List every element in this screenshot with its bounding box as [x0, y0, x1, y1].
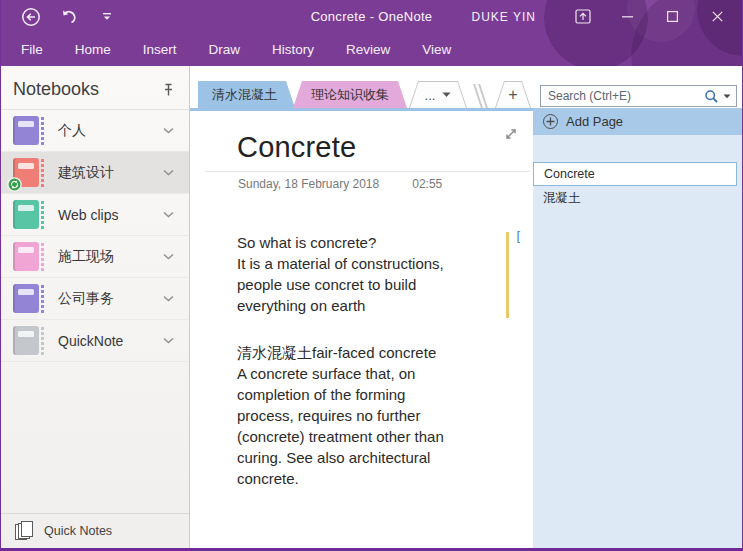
pin-pane-button[interactable] — [162, 83, 175, 97]
expand-page-button[interactable] — [502, 125, 520, 143]
close-icon — [712, 11, 723, 22]
menu-history[interactable]: History — [256, 33, 330, 66]
search-icon — [704, 89, 719, 104]
notebook-book-icon — [13, 116, 39, 145]
page-date: Sunday, 18 February 2018 — [238, 177, 379, 191]
minimize-button[interactable] — [605, 0, 650, 33]
notebook-label: 施工现场 — [58, 248, 163, 266]
section-tab-fair-faced-concrete[interactable]: 清水混凝土 — [198, 81, 295, 108]
undo-icon — [60, 9, 78, 25]
quick-access-toolbar — [1, 5, 119, 29]
notebook-label: QuickNote — [58, 333, 163, 349]
section-tab-label: 理论知识收集 — [311, 86, 389, 104]
chevron-down-icon — [442, 92, 451, 98]
menu-review[interactable]: Review — [330, 33, 406, 66]
ribbon-display-options-button[interactable] — [560, 0, 605, 33]
notebook-item-construction-site[interactable]: 施工现场 — [1, 236, 189, 278]
add-page-button[interactable]: Add Page — [533, 108, 742, 135]
sync-status-icon — [7, 177, 22, 192]
section-tab-label: 清水混凝土 — [212, 86, 277, 104]
ribbon-options-icon — [575, 9, 591, 24]
chevron-down-icon[interactable] — [163, 295, 174, 302]
menu-home[interactable]: Home — [59, 33, 127, 66]
chevron-down-icon[interactable] — [163, 253, 174, 260]
search-scope-caret-icon[interactable] — [723, 94, 731, 99]
notebook-book-icon — [13, 200, 39, 229]
notebook-item-web-clips[interactable]: Web clips — [1, 194, 189, 236]
search-input[interactable]: Search (Ctrl+E) — [540, 85, 737, 107]
page-time: 02:55 — [412, 177, 442, 191]
add-section-button[interactable]: + — [495, 81, 531, 108]
chevron-down-icon[interactable] — [163, 337, 174, 344]
chevron-down-icon[interactable] — [163, 127, 174, 134]
titlebar-row: Concrete - OneNote DUKE YIN — [1, 0, 742, 33]
notebook-label: 个人 — [58, 122, 163, 140]
notebook-book-icon — [13, 242, 39, 271]
page-item-concrete-cn[interactable]: 混凝土 — [533, 186, 742, 210]
search-placeholder: Search (Ctrl+E) — [541, 89, 704, 103]
titlebar-right: DUKE YIN — [472, 0, 740, 33]
selection-bracket: [ — [516, 228, 520, 243]
notebooks-header: Notebooks — [1, 66, 189, 109]
back-icon — [21, 7, 41, 27]
add-page-label: Add Page — [566, 114, 623, 129]
notebook-label: 建筑设计 — [58, 164, 163, 182]
menu-insert[interactable]: Insert — [127, 33, 193, 66]
app-body: Notebooks 个人 — [1, 66, 742, 548]
notebooks-title: Notebooks — [13, 79, 162, 100]
plus-icon: + — [508, 86, 517, 104]
close-button[interactable] — [695, 0, 740, 33]
page-title[interactable]: Concrete — [237, 131, 533, 164]
section-tab-band: 清水混凝土 理论知识收集 ... — [190, 66, 742, 108]
maximize-icon — [667, 11, 678, 22]
chevron-down-icon[interactable] — [163, 211, 174, 218]
title-divider — [205, 171, 530, 172]
minimize-icon — [622, 11, 633, 22]
chevron-down-icon[interactable] — [163, 169, 174, 176]
page-date-row: Sunday, 18 February 2018 02:55 — [238, 177, 533, 191]
customize-quick-access-button[interactable] — [95, 5, 119, 29]
notebook-label: Web clips — [58, 207, 163, 223]
undo-button[interactable] — [57, 5, 81, 29]
notebook-list: 个人 — [1, 109, 189, 362]
quick-notes-button[interactable]: Quick Notes — [1, 513, 189, 548]
quick-notes-label: Quick Notes — [44, 524, 112, 538]
overflow-ellipsis-label: ... — [425, 88, 436, 103]
page-canvas[interactable]: Concrete Sunday, 18 February 2018 02:55 … — [190, 108, 533, 548]
notebook-item-personal[interactable]: 个人 — [1, 110, 189, 152]
note-paragraph-2[interactable]: A concrete surface that, on completion o… — [237, 363, 533, 489]
notebook-item-architecture[interactable]: 建筑设计 — [1, 152, 189, 194]
section-tabs: 清水混凝土 理论知识收集 ... — [198, 81, 531, 108]
content-row: Concrete Sunday, 18 February 2018 02:55 … — [190, 108, 742, 548]
notebook-item-company-affairs[interactable]: 公司事务 — [1, 278, 189, 320]
diagonal-expand-icon — [504, 127, 518, 141]
maximize-button[interactable] — [650, 0, 695, 33]
title-bar: Concrete - OneNote DUKE YIN — [1, 0, 742, 66]
onenote-window: Concrete - OneNote DUKE YIN — [0, 0, 743, 551]
page-list: Concrete 混凝土 — [533, 162, 742, 210]
back-button[interactable] — [19, 5, 43, 29]
menu-draw[interactable]: Draw — [193, 33, 257, 66]
ribbon-menu-bar: File Home Insert Draw History Review Vie… — [1, 33, 742, 66]
tab-separator — [477, 84, 483, 108]
page-list-panel: Add Page Concrete 混凝土 — [533, 108, 742, 548]
menu-file[interactable]: File — [7, 33, 59, 66]
notebook-book-icon — [13, 326, 39, 355]
notebook-label: 公司事务 — [58, 290, 163, 308]
note-paragraph-2-heading[interactable]: 清水混凝土fair-faced concrete — [237, 342, 533, 363]
plus-circle-icon — [543, 114, 558, 129]
section-tab-theory-collection[interactable]: 理论知识收集 — [293, 81, 407, 108]
selection-highlight-bar — [506, 232, 510, 318]
customize-caret-icon — [102, 12, 112, 22]
notebooks-sidebar: Notebooks 个人 — [1, 66, 190, 548]
section-overflow-tab[interactable]: ... — [409, 81, 467, 108]
user-account-name[interactable]: DUKE YIN — [472, 10, 536, 24]
note-paragraph-1[interactable]: So what is concrete? It is a material of… — [237, 232, 533, 316]
pin-icon — [162, 83, 175, 97]
page-item-concrete[interactable]: Concrete — [533, 162, 737, 186]
notebook-book-icon — [13, 284, 39, 313]
main-area: 清水混凝土 理论知识收集 ... — [190, 66, 742, 548]
notebook-item-quicknote[interactable]: QuickNote — [1, 320, 189, 362]
quick-notes-icon — [15, 521, 33, 541]
menu-view[interactable]: View — [406, 33, 467, 66]
